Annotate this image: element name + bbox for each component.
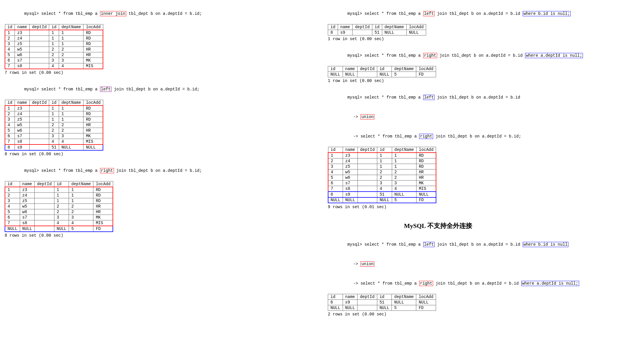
table-row: 7s844MIS bbox=[5, 220, 113, 226]
full-outer-exclusion-block: mysql> select * from tbl_emp a left join… bbox=[328, 235, 639, 317]
left-join-table: id name deptId id deptName locAdd 1z311R… bbox=[5, 100, 103, 151]
foe-right-cmd: -> select * from tbl_emp a right join tb… bbox=[334, 274, 639, 293]
right-join-table: id name deptId id deptName locAdd 1z311R… bbox=[5, 181, 113, 232]
table-row: 8s951NULLNULL bbox=[328, 30, 426, 35]
table-header-row: id name deptId id deptName locAdd bbox=[5, 181, 113, 187]
right-where-null-table: id name deptId id deptName locAdd NULLNU… bbox=[328, 66, 436, 77]
table-row: 5w622HR bbox=[328, 175, 436, 181]
table-header-row: id name deptId id deptName locAdd bbox=[5, 100, 103, 106]
table-row: NULLNULLNULL5FD bbox=[328, 72, 436, 77]
table-row: 3z511RD bbox=[5, 41, 103, 47]
left-badge-r4: left bbox=[423, 242, 435, 247]
table-row: 4w522HR bbox=[5, 204, 113, 209]
right-join-badge: right bbox=[100, 168, 114, 173]
left-join-cmd: mysql> select * from tbl_emp a left join… bbox=[5, 80, 316, 99]
union-right-cmd: -> select * from tbl_emp a right join tb… bbox=[334, 127, 639, 146]
cmd-text: mysql> select * from tbl_emp a bbox=[24, 11, 100, 16]
union-line: -> union bbox=[334, 108, 639, 126]
table-row: 2z411RD bbox=[328, 158, 436, 164]
table-row: 4w522HR bbox=[5, 47, 103, 52]
left-where-null-table: id name deptId id deptName locAdd 8s951N… bbox=[328, 24, 426, 35]
col-deptname: deptName bbox=[59, 24, 83, 30]
inner-join-rowcount: 7 rows in set (0.00 sec) bbox=[5, 70, 316, 75]
col-id: id bbox=[5, 24, 15, 30]
table-header-row: id name deptId id deptName locAdd bbox=[328, 66, 436, 72]
table-row: 3z511RD bbox=[5, 117, 103, 122]
where-badge-r4a: where b.id is null bbox=[523, 242, 568, 247]
table-header-row: id name deptId id deptName locAdd bbox=[328, 24, 426, 30]
foe-rowcount: 2 rows in set (0.00 sec) bbox=[328, 312, 639, 317]
table-row: 1z311RD bbox=[5, 106, 103, 111]
cmd-text2: join tbl_dept b on a.deptId = b.id; bbox=[114, 168, 202, 173]
table-row: 8s951NULLNULL bbox=[328, 300, 436, 305]
right-join-block: mysql> select * from tbl_emp a right joi… bbox=[5, 162, 316, 238]
table-row: 6s733MK bbox=[5, 58, 103, 63]
inner-join-table: id name deptId id deptName locAdd 1z311R… bbox=[5, 24, 103, 69]
inner-join-cmd: mysql> select * from tbl_emp a inner joi… bbox=[5, 5, 316, 23]
col-deptid: deptId bbox=[29, 24, 49, 30]
table-row: 1z311RD bbox=[328, 153, 436, 158]
table-row: 7s844MIS bbox=[328, 186, 436, 192]
r2-rowcount: 1 row in set (0.00 sec) bbox=[328, 78, 639, 83]
where-badge-r1: where b.id is null; bbox=[523, 11, 571, 16]
cmd-text: mysql> select * from tbl_emp a bbox=[24, 168, 100, 173]
right-where-null-cmd: mysql> select * from tbl_emp a right joi… bbox=[328, 47, 639, 65]
union-table: id name deptId id deptName locAdd 1z311R… bbox=[328, 147, 436, 203]
table-row: NULLNULLNULL5FD bbox=[328, 305, 436, 311]
left-join-block: mysql> select * from tbl_emp a left join… bbox=[5, 80, 316, 156]
left-badge-r3: left bbox=[423, 95, 435, 100]
foe-union-line: -> union bbox=[334, 255, 639, 273]
left-badge-r1: left bbox=[423, 11, 435, 16]
table-row: 4w522HR bbox=[5, 122, 103, 128]
table-row: 5w622HR bbox=[5, 52, 103, 58]
left-join-badge: left bbox=[100, 87, 112, 92]
union-rowcount: 9 rows in set (0.01 sec) bbox=[328, 205, 387, 209]
table-row: 6s733MK bbox=[5, 133, 103, 139]
right-column: mysql> select * from tbl_emp a left join… bbox=[328, 5, 639, 322]
table-row: 2z411RD bbox=[5, 111, 103, 117]
table-row: 2z411RD bbox=[5, 193, 113, 198]
table-row: 6s733MK bbox=[328, 181, 436, 186]
col-id2: id bbox=[49, 24, 59, 30]
left-join-rowcount: 8 rows in set (0.00 sec) bbox=[5, 152, 316, 156]
table-row-highlight: NULLNULLNULL5FD bbox=[5, 226, 113, 232]
left-column: mysql> select * from tbl_emp a inner joi… bbox=[5, 5, 316, 322]
table-row: 6s733MK bbox=[5, 215, 113, 220]
right-badge-r2: right bbox=[423, 53, 437, 58]
union-block: mysql> select * from tbl_emp a left join… bbox=[328, 88, 639, 230]
right-join-rowcount: 8 rows in set (0.00 sec) bbox=[5, 233, 316, 238]
union-badge-r3: union bbox=[360, 114, 374, 119]
table-header-row: id name deptId id deptName locAdd bbox=[328, 294, 436, 300]
table-row: 3z511RD bbox=[328, 164, 436, 169]
table-row-blue-top: 8s951NULLNULL bbox=[328, 192, 436, 197]
table-row: 5w622HR bbox=[5, 209, 113, 215]
table-row: 4w522HR bbox=[328, 169, 436, 175]
col-locadd: locAdd bbox=[83, 24, 103, 30]
col-name: name bbox=[15, 24, 30, 30]
left-where-null-cmd: mysql> select * from tbl_emp a left join… bbox=[328, 5, 639, 23]
union-badge-r4: union bbox=[360, 261, 374, 267]
inner-join-badge: inner join bbox=[100, 11, 126, 16]
table-row: 7s844MIS bbox=[5, 63, 103, 69]
left-where-null-block: mysql> select * from tbl_emp a left join… bbox=[328, 5, 639, 41]
inner-join-block: mysql> select * from tbl_emp a inner joi… bbox=[5, 5, 316, 75]
table-row-blue-bot: NULLNULLNULL5FD bbox=[328, 197, 436, 203]
right-badge-r3: right bbox=[419, 134, 433, 139]
foe-table: id name deptId id deptName locAdd 8s951N… bbox=[328, 294, 436, 311]
right-badge-r4: right bbox=[419, 281, 433, 286]
table-row: 5w622HR bbox=[5, 128, 103, 133]
table-row: 1z311RD bbox=[5, 30, 103, 36]
right-where-null-block: mysql> select * from tbl_emp a right joi… bbox=[328, 47, 639, 83]
cmd-text2: tbl_dept b on a.deptId = b.id; bbox=[126, 11, 202, 16]
table-row: 3z511RD bbox=[5, 198, 113, 204]
where-badge-r2: where a.deptId is null; bbox=[525, 53, 583, 58]
cmd-text2: join tbl_dept b on a.deptId = b.id; bbox=[111, 87, 199, 92]
right-join-cmd: mysql> select * from tbl_emp a right joi… bbox=[5, 162, 316, 180]
table-row: 1z311RD bbox=[5, 187, 113, 193]
table-header-row: id name deptId id deptName locAdd bbox=[328, 147, 436, 153]
table-header-row: id name deptId id deptName locAdd bbox=[5, 24, 103, 30]
where-badge-r4b: where a.deptId is null; bbox=[521, 281, 579, 286]
table-row: 2z411RD bbox=[5, 36, 103, 41]
table-row: 7s844MIS bbox=[5, 139, 103, 145]
r1-rowcount: 1 row in set (0.00 sec) bbox=[328, 37, 639, 41]
